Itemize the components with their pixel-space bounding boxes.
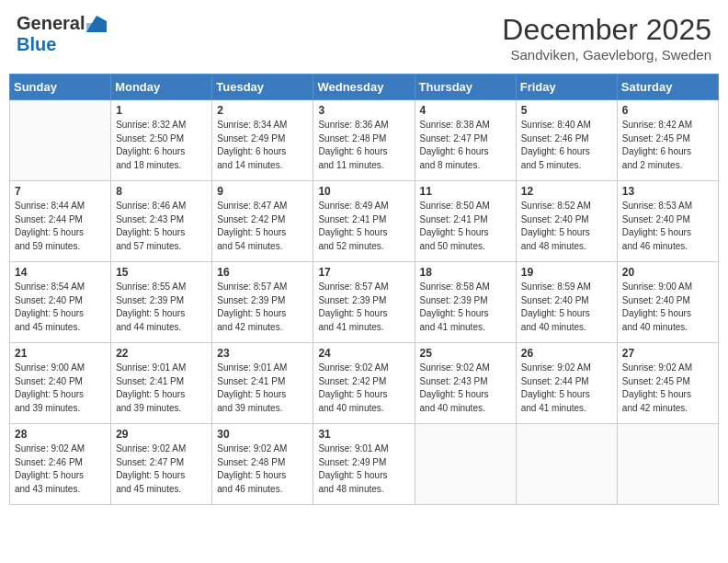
day-number: 14 [15,266,106,279]
day-number: 28 [15,428,106,441]
calendar-cell: 12Sunrise: 8:52 AM Sunset: 2:40 PM Dayli… [516,181,617,262]
day-info: Sunrise: 8:53 AM Sunset: 2:40 PM Dayligh… [622,200,713,253]
calendar-cell: 13Sunrise: 8:53 AM Sunset: 2:40 PM Dayli… [617,181,718,262]
day-info: Sunrise: 8:52 AM Sunset: 2:40 PM Dayligh… [521,200,612,253]
day-number: 2 [217,104,308,117]
calendar-cell: 21Sunrise: 9:00 AM Sunset: 2:40 PM Dayli… [10,343,111,424]
day-info: Sunrise: 8:50 AM Sunset: 2:41 PM Dayligh… [420,200,511,253]
day-number: 13 [622,185,713,198]
day-info: Sunrise: 9:02 AM Sunset: 2:48 PM Dayligh… [217,442,308,496]
day-number: 17 [318,266,409,279]
day-info: Sunrise: 8:49 AM Sunset: 2:41 PM Dayligh… [318,200,409,253]
day-info: Sunrise: 9:01 AM Sunset: 2:41 PM Dayligh… [217,362,308,415]
calendar-cell: 27Sunrise: 9:02 AM Sunset: 2:45 PM Dayli… [617,343,718,424]
day-info: Sunrise: 9:02 AM Sunset: 2:47 PM Dayligh… [116,442,207,496]
calendar-cell: 3Sunrise: 8:36 AM Sunset: 2:48 PM Daylig… [313,100,415,181]
day-info: Sunrise: 9:00 AM Sunset: 2:40 PM Dayligh… [15,362,106,415]
day-number: 19 [521,266,612,279]
calendar-cell: 11Sunrise: 8:50 AM Sunset: 2:41 PM Dayli… [415,181,516,262]
location-subtitle: Sandviken, Gaevleborg, Sweden [502,47,711,63]
column-header-saturday: Saturday [617,75,718,100]
day-info: Sunrise: 8:46 AM Sunset: 2:43 PM Dayligh… [116,200,207,253]
day-number: 23 [217,347,308,360]
column-header-tuesday: Tuesday [212,75,313,100]
day-info: Sunrise: 9:02 AM Sunset: 2:44 PM Dayligh… [521,362,612,415]
calendar-cell: 25Sunrise: 9:02 AM Sunset: 2:43 PM Dayli… [415,343,516,424]
calendar-cell: 5Sunrise: 8:40 AM Sunset: 2:46 PM Daylig… [516,100,617,181]
day-info: Sunrise: 8:58 AM Sunset: 2:39 PM Dayligh… [420,281,511,334]
calendar-cell: 4Sunrise: 8:38 AM Sunset: 2:47 PM Daylig… [415,100,516,181]
day-info: Sunrise: 9:01 AM Sunset: 2:41 PM Dayligh… [116,362,207,415]
day-info: Sunrise: 8:40 AM Sunset: 2:46 PM Dayligh… [521,119,612,172]
day-number: 15 [116,266,207,279]
day-info: Sunrise: 8:47 AM Sunset: 2:42 PM Dayligh… [217,200,308,253]
day-number: 16 [217,266,308,279]
logo-general-text: General [17,13,85,34]
week-row-1: 1Sunrise: 8:32 AM Sunset: 2:50 PM Daylig… [10,100,719,181]
calendar-cell: 26Sunrise: 9:02 AM Sunset: 2:44 PM Dayli… [516,343,617,424]
calendar-cell: 10Sunrise: 8:49 AM Sunset: 2:41 PM Dayli… [313,181,415,262]
logo-icon [86,16,107,32]
calendar-cell [617,424,718,505]
day-number: 11 [420,185,511,198]
day-info: Sunrise: 8:57 AM Sunset: 2:39 PM Dayligh… [318,281,409,334]
day-number: 18 [420,266,511,279]
calendar-cell: 31Sunrise: 9:01 AM Sunset: 2:49 PM Dayli… [313,424,415,505]
day-number: 8 [116,185,207,198]
calendar-cell: 24Sunrise: 9:02 AM Sunset: 2:42 PM Dayli… [313,343,415,424]
day-info: Sunrise: 8:36 AM Sunset: 2:48 PM Dayligh… [318,119,409,172]
column-header-monday: Monday [111,75,212,100]
calendar-cell [516,424,617,505]
day-number: 27 [622,347,713,360]
day-info: Sunrise: 9:00 AM Sunset: 2:40 PM Dayligh… [622,281,713,334]
day-info: Sunrise: 8:59 AM Sunset: 2:40 PM Dayligh… [521,281,612,334]
calendar-cell: 17Sunrise: 8:57 AM Sunset: 2:39 PM Dayli… [313,262,415,343]
svg-marker-1 [86,23,99,32]
day-number: 6 [622,104,713,117]
day-number: 7 [15,185,106,198]
calendar-cell: 20Sunrise: 9:00 AM Sunset: 2:40 PM Dayli… [617,262,718,343]
calendar-cell: 18Sunrise: 8:58 AM Sunset: 2:39 PM Dayli… [415,262,516,343]
calendar-cell: 2Sunrise: 8:34 AM Sunset: 2:49 PM Daylig… [212,100,313,181]
column-header-friday: Friday [516,75,617,100]
calendar-header-row: SundayMondayTuesdayWednesdayThursdayFrid… [10,75,719,100]
day-info: Sunrise: 8:57 AM Sunset: 2:39 PM Dayligh… [217,281,308,334]
calendar-cell: 28Sunrise: 9:02 AM Sunset: 2:46 PM Dayli… [10,424,111,505]
day-info: Sunrise: 8:54 AM Sunset: 2:40 PM Dayligh… [15,281,106,334]
day-info: Sunrise: 9:02 AM Sunset: 2:45 PM Dayligh… [622,362,713,415]
day-number: 3 [318,104,409,117]
calendar-cell: 6Sunrise: 8:42 AM Sunset: 2:45 PM Daylig… [617,100,718,181]
day-number: 22 [116,347,207,360]
calendar-cell [415,424,516,505]
calendar-cell: 14Sunrise: 8:54 AM Sunset: 2:40 PM Dayli… [10,262,111,343]
day-number: 30 [217,428,308,441]
day-number: 1 [116,104,207,117]
title-area: December 2025 Sandviken, Gaevleborg, Swe… [502,13,711,63]
day-number: 9 [217,185,308,198]
day-number: 29 [116,428,207,441]
calendar-cell: 29Sunrise: 9:02 AM Sunset: 2:47 PM Dayli… [111,424,212,505]
column-header-sunday: Sunday [10,75,111,100]
calendar-cell: 8Sunrise: 8:46 AM Sunset: 2:43 PM Daylig… [111,181,212,262]
day-info: Sunrise: 9:02 AM Sunset: 2:43 PM Dayligh… [420,362,511,415]
calendar-cell: 30Sunrise: 9:02 AM Sunset: 2:48 PM Dayli… [212,424,313,505]
day-info: Sunrise: 8:42 AM Sunset: 2:45 PM Dayligh… [622,119,713,172]
day-number: 12 [521,185,612,198]
day-number: 5 [521,104,612,117]
calendar-cell: 15Sunrise: 8:55 AM Sunset: 2:39 PM Dayli… [111,262,212,343]
day-number: 24 [318,347,409,360]
logo: General Blue [17,13,107,55]
column-header-thursday: Thursday [415,75,516,100]
calendar-cell: 23Sunrise: 9:01 AM Sunset: 2:41 PM Dayli… [212,343,313,424]
day-info: Sunrise: 9:02 AM Sunset: 2:42 PM Dayligh… [318,362,409,415]
day-info: Sunrise: 8:55 AM Sunset: 2:39 PM Dayligh… [116,281,207,334]
day-number: 31 [318,428,409,441]
day-info: Sunrise: 9:02 AM Sunset: 2:46 PM Dayligh… [15,442,106,496]
day-info: Sunrise: 8:32 AM Sunset: 2:50 PM Dayligh… [116,119,207,172]
day-info: Sunrise: 8:38 AM Sunset: 2:47 PM Dayligh… [420,119,511,172]
calendar-cell: 16Sunrise: 8:57 AM Sunset: 2:39 PM Dayli… [212,262,313,343]
logo-blue-text: Blue [17,34,56,55]
calendar-cell: 7Sunrise: 8:44 AM Sunset: 2:44 PM Daylig… [10,181,111,262]
column-header-wednesday: Wednesday [313,75,415,100]
day-info: Sunrise: 8:34 AM Sunset: 2:49 PM Dayligh… [217,119,308,172]
